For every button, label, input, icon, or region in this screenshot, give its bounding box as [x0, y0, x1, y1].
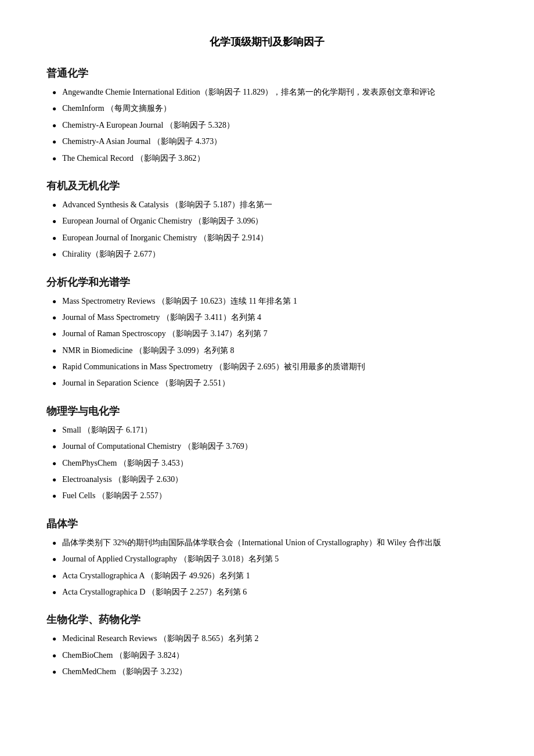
item-text: Medicinal Research Reviews （影响因子 8.565）名…	[62, 632, 488, 645]
item-text: Journal of Raman Spectroscopy （影响因子 3.14…	[62, 327, 488, 340]
item-text: European Journal of Inorganic Chemistry …	[62, 232, 488, 244]
section-physics-electrochemistry: 物理学与电化学Small （影响因子 6.171）Journal of Comp…	[46, 404, 488, 503]
list-item: Small （影响因子 6.171）	[52, 424, 488, 437]
item-text: 晶体学类别下 32%的期刊均由国际晶体学联合会（International Un…	[62, 537, 488, 549]
item-text: Rapid Communications in Mass Spectrometr…	[62, 361, 488, 373]
section-heading-crystallography: 晶体学	[46, 517, 488, 531]
list-item: Chemistry-A Asian Journal （影响因子 4.373）	[52, 135, 488, 148]
item-text: Chirality（影响因子 2.677）	[62, 248, 488, 261]
list-item: Journal of Computational Chemistry （影响因子…	[52, 440, 488, 453]
list-item: European Journal of Inorganic Chemistry …	[52, 232, 488, 244]
list-item: Fuel Cells （影响因子 2.557）	[52, 489, 488, 502]
item-text: Acta Crystallographica D （影响因子 2.257）名列第…	[62, 586, 488, 599]
list-item: Acta Crystallographica A （影响因子 49.926）名列…	[52, 570, 488, 582]
item-text: Electroanalysis （影响因子 2.630）	[62, 473, 488, 486]
list-item: Electroanalysis （影响因子 2.630）	[52, 473, 488, 486]
item-text: The Chemical Record （影响因子 3.862）	[62, 152, 488, 165]
item-text: Chemistry-A Asian Journal （影响因子 4.373）	[62, 135, 488, 148]
section-general-chemistry: 普通化学Angewandte Chemie International Edit…	[46, 66, 488, 165]
journal-list-general-chemistry: Angewandte Chemie International Edition（…	[46, 86, 488, 165]
list-item: Rapid Communications in Mass Spectrometr…	[52, 361, 488, 373]
item-text: ChemPhysChem （影响因子 3.453）	[62, 457, 488, 470]
item-text: Journal in Separation Science （影响因子 2.55…	[62, 377, 488, 390]
section-biochem-medicinal: 生物化学、药物化学Medicinal Research Reviews （影响因…	[46, 613, 488, 678]
item-text: Journal of Mass Spectrometry （影响因子 3.411…	[62, 311, 488, 324]
item-text: Journal of Computational Chemistry （影响因子…	[62, 440, 488, 453]
list-item: Chemistry-A European Journal （影响因子 5.328…	[52, 119, 488, 132]
list-item: Journal in Separation Science （影响因子 2.55…	[52, 377, 488, 390]
section-heading-organic-inorganic: 有机及无机化学	[46, 179, 488, 193]
list-item: Journal of Applied Crystallography （影响因子…	[52, 553, 488, 566]
item-text: Acta Crystallographica A （影响因子 49.926）名列…	[62, 570, 488, 582]
item-text: European Journal of Organic Chemistry （影…	[62, 215, 488, 228]
list-item: Journal of Raman Spectroscopy （影响因子 3.14…	[52, 327, 488, 340]
section-heading-physics-electrochemistry: 物理学与电化学	[46, 404, 488, 418]
content-area: 普通化学Angewandte Chemie International Edit…	[46, 66, 488, 679]
list-item: Chirality（影响因子 2.677）	[52, 248, 488, 261]
list-item: ChemBioChem （影响因子 3.824）	[52, 649, 488, 662]
item-text: ChemInform （每周文摘服务）	[62, 102, 488, 115]
list-item: NMR in Biomedicine （影响因子 3.099）名列第 8	[52, 344, 488, 357]
journal-list-crystallography: 晶体学类别下 32%的期刊均由国际晶体学联合会（International Un…	[46, 537, 488, 599]
page-title: 化学顶级期刊及影响因子	[46, 35, 488, 49]
list-item: Angewandte Chemie International Edition（…	[52, 86, 488, 99]
journal-list-analytical-spectroscopy: Mass Spectrometry Reviews （影响因子 10.623）连…	[46, 295, 488, 390]
list-item: Acta Crystallographica D （影响因子 2.257）名列第…	[52, 586, 488, 599]
item-text: Journal of Applied Crystallography （影响因子…	[62, 553, 488, 566]
item-text: Advanced Synthesis & Catalysis （影响因子 5.1…	[62, 199, 488, 211]
item-text: Mass Spectrometry Reviews （影响因子 10.623）连…	[62, 295, 488, 308]
section-analytical-spectroscopy: 分析化学和光谱学Mass Spectrometry Reviews （影响因子 …	[46, 275, 488, 390]
section-heading-biochem-medicinal: 生物化学、药物化学	[46, 613, 488, 627]
list-item: 晶体学类别下 32%的期刊均由国际晶体学联合会（International Un…	[52, 537, 488, 549]
section-heading-general-chemistry: 普通化学	[46, 66, 488, 80]
item-text: NMR in Biomedicine （影响因子 3.099）名列第 8	[62, 344, 488, 357]
journal-list-biochem-medicinal: Medicinal Research Reviews （影响因子 8.565）名…	[46, 632, 488, 678]
list-item: Advanced Synthesis & Catalysis （影响因子 5.1…	[52, 199, 488, 211]
item-text: Angewandte Chemie International Edition（…	[62, 86, 488, 99]
item-text: ChemMedChem （影响因子 3.232）	[62, 665, 488, 678]
list-item: The Chemical Record （影响因子 3.862）	[52, 152, 488, 165]
list-item: ChemInform （每周文摘服务）	[52, 102, 488, 115]
list-item: ChemMedChem （影响因子 3.232）	[52, 665, 488, 678]
list-item: Mass Spectrometry Reviews （影响因子 10.623）连…	[52, 295, 488, 308]
list-item: Medicinal Research Reviews （影响因子 8.565）名…	[52, 632, 488, 645]
item-text: Chemistry-A European Journal （影响因子 5.328…	[62, 119, 488, 132]
list-item: Journal of Mass Spectrometry （影响因子 3.411…	[52, 311, 488, 324]
journal-list-organic-inorganic: Advanced Synthesis & Catalysis （影响因子 5.1…	[46, 199, 488, 261]
section-heading-analytical-spectroscopy: 分析化学和光谱学	[46, 275, 488, 289]
journal-list-physics-electrochemistry: Small （影响因子 6.171）Journal of Computation…	[46, 424, 488, 503]
item-text: ChemBioChem （影响因子 3.824）	[62, 649, 488, 662]
item-text: Fuel Cells （影响因子 2.557）	[62, 489, 488, 502]
item-text: Small （影响因子 6.171）	[62, 424, 488, 437]
list-item: ChemPhysChem （影响因子 3.453）	[52, 457, 488, 470]
section-crystallography: 晶体学晶体学类别下 32%的期刊均由国际晶体学联合会（International…	[46, 517, 488, 599]
list-item: European Journal of Organic Chemistry （影…	[52, 215, 488, 228]
section-organic-inorganic: 有机及无机化学Advanced Synthesis & Catalysis （影…	[46, 179, 488, 261]
